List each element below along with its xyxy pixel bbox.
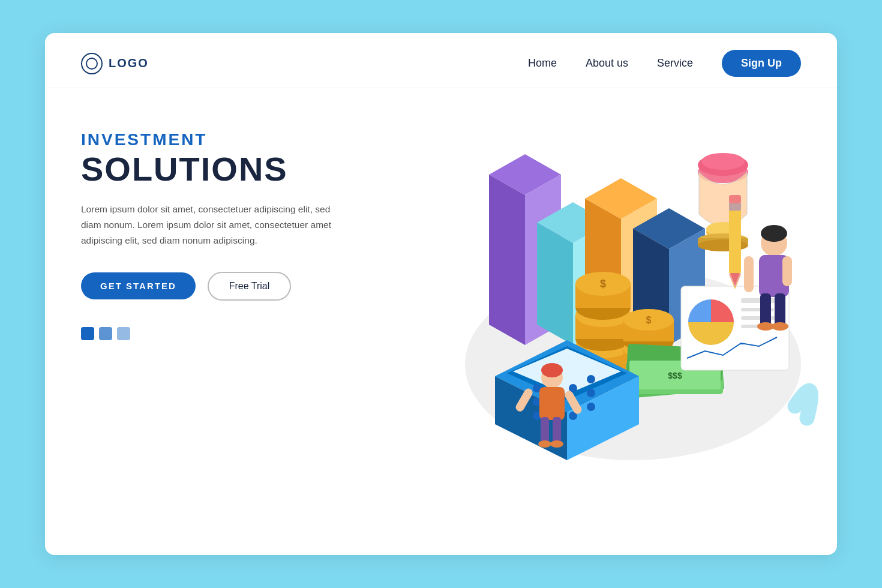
svg-point-61 [587,375,595,383]
svg-point-90 [538,440,551,448]
svg-text:$: $ [646,315,652,325]
svg-rect-51 [741,316,777,320]
dot-2 [99,327,112,340]
svg-rect-89 [553,417,561,444]
svg-rect-83 [729,202,741,211]
nav-about[interactable]: About us [586,57,628,70]
svg-point-16 [701,153,745,170]
svg-point-75 [757,322,774,331]
isometric-svg: $ $ $ $ [399,106,819,466]
logo-area: LOGO [81,53,528,74]
svg-rect-78 [782,256,792,286]
nav-home[interactable]: Home [528,57,557,70]
svg-text:$: $ [600,278,606,290]
left-section: INVESTMENT SOLUTIONS Lorem ipsum dolor s… [81,106,369,340]
svg-point-76 [772,322,788,331]
svg-marker-2 [489,175,525,345]
hero-title-line1: INVESTMENT [81,130,369,149]
button-row: GET STARTED Free Trial [81,272,369,301]
svg-rect-74 [775,293,785,326]
right-illustration: $ $ $ $ [369,106,801,442]
svg-marker-5 [537,223,573,345]
svg-point-65 [587,389,595,397]
svg-rect-73 [760,293,771,326]
nav-links: Home About us Service Sign Up [528,50,801,77]
svg-rect-88 [541,417,549,444]
logo-circle-inner [86,58,98,70]
svg-point-69 [587,403,595,411]
svg-point-91 [550,440,563,448]
svg-rect-77 [744,256,754,292]
dots-decoration [81,327,369,340]
svg-rect-79 [729,202,741,274]
dot-1 [81,327,94,340]
svg-rect-87 [539,387,565,420]
logo-text: LOGO [109,56,149,70]
main-content: INVESTMENT SOLUTIONS Lorem ipsum dolor s… [45,88,837,555]
get-started-button[interactable]: GET STARTED [81,272,196,299]
page-frame: LOGO Home About us Service Sign Up INVES… [45,33,837,555]
svg-rect-84 [729,195,741,203]
navbar: LOGO Home About us Service Sign Up [45,33,837,88]
free-trial-button[interactable]: Free Trial [208,272,292,301]
hero-description: Lorem ipsum dolor sit amet, consectetuer… [81,202,333,249]
svg-point-86 [541,363,563,377]
svg-point-71 [761,225,787,242]
nav-signup-button[interactable]: Sign Up [722,50,801,77]
logo-icon [81,53,103,74]
svg-text:$$$: $$$ [668,371,682,380]
dot-3 [117,327,130,340]
hero-title-line2: SOLUTIONS [81,152,369,187]
nav-service[interactable]: Service [657,57,693,70]
